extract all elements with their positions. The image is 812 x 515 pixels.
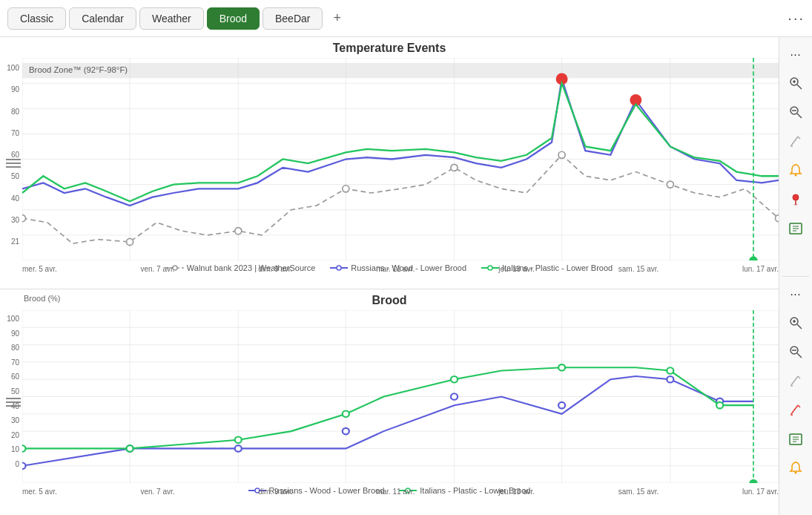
brood-zone-label: Brood Zone™ (92°F-98°F): [29, 65, 128, 74]
svg-point-17: [22, 215, 26, 222]
svg-line-71: [797, 85, 802, 89]
temp-zoom-out-button[interactable]: [783, 99, 808, 125]
toolbar-divider: [782, 276, 809, 277]
russians-temp-line: [22, 79, 779, 206]
brood-zoom-out-button[interactable]: [783, 339, 808, 364]
svg-point-22: [558, 151, 565, 158]
svg-point-80: [795, 174, 797, 177]
brood-more-button[interactable]: ···: [783, 281, 808, 306]
temp-annotate-button[interactable]: [783, 128, 808, 154]
brood-x-axis: mer. 5 avr. ven. 7 avr. dim. 9 avr. mar.…: [22, 486, 779, 497]
svg-point-62: [451, 376, 458, 382]
svg-point-59: [127, 445, 133, 451]
svg-line-78: [798, 137, 800, 139]
svg-point-58: [22, 445, 26, 451]
temp-zoom-in-button[interactable]: [783, 70, 808, 96]
svg-point-83: [793, 204, 798, 206]
charts-area: Temperature Events 100 90 80 70 60 50 40…: [0, 37, 779, 515]
svg-point-60: [235, 437, 242, 443]
brood-zoom-in-button[interactable]: [783, 310, 808, 335]
svg-line-99: [798, 405, 800, 407]
svg-line-93: [797, 353, 802, 358]
temp-export-button[interactable]: [783, 215, 808, 240]
svg-point-64: [667, 367, 673, 373]
tab-classic[interactable]: Classic: [7, 7, 66, 30]
svg-point-18: [127, 238, 133, 245]
current-time-dot-brood: [749, 479, 757, 483]
brood-annotate2-button[interactable]: [783, 397, 808, 422]
svg-point-50: [22, 462, 26, 468]
svg-point-54: [451, 393, 458, 399]
nav-more-button[interactable]: ···: [788, 10, 805, 27]
svg-line-77: [791, 137, 798, 145]
current-time-dot-temp: [749, 256, 757, 260]
svg-line-75: [797, 114, 802, 118]
russians-brood-line: [22, 376, 753, 466]
svg-point-61: [343, 411, 349, 417]
temp-more-button[interactable]: ···: [783, 42, 808, 67]
svg-line-95: [791, 376, 798, 385]
brood-bell-button[interactable]: [783, 455, 808, 480]
svg-point-23: [667, 181, 673, 188]
brood-zone-band: [22, 63, 779, 78]
temp-alert-button[interactable]: [783, 157, 808, 183]
brood-annotate-button[interactable]: [783, 368, 808, 393]
temperature-chart-panel: Temperature Events 100 90 80 70 60 50 40…: [0, 37, 779, 289]
main-content: Temperature Events 100 90 80 70 60 50 40…: [0, 37, 812, 515]
svg-point-19: [235, 228, 242, 234]
svg-point-53: [343, 428, 349, 434]
svg-line-89: [797, 324, 802, 329]
temp-chart-title: Temperature Events: [0, 42, 779, 55]
brood-chart-svg: [22, 310, 779, 483]
svg-point-52: [235, 445, 242, 451]
temp-pin-button[interactable]: [783, 186, 808, 211]
add-tab-button[interactable]: +: [326, 7, 349, 29]
svg-point-105: [795, 471, 797, 473]
tab-brood[interactable]: Brood: [207, 7, 260, 30]
right-toolbar: ··· ···: [779, 37, 812, 515]
svg-line-98: [791, 405, 798, 414]
brood-chart-title: Brood: [0, 294, 779, 307]
svg-point-55: [558, 402, 565, 408]
temp-toolbar-section: ···: [783, 42, 808, 272]
tab-beedar[interactable]: BeeDar: [263, 7, 323, 30]
svg-point-56: [667, 376, 673, 382]
italians-brood-line: [22, 367, 753, 448]
tab-weather[interactable]: Weather: [139, 7, 204, 30]
tab-calendar[interactable]: Calendar: [69, 7, 136, 30]
hamburger-top[interactable]: [6, 157, 21, 170]
hamburger-bottom[interactable]: [6, 396, 21, 409]
top-navigation: Classic Calendar Weather Brood BeeDar + …: [0, 0, 812, 37]
svg-point-21: [451, 164, 458, 171]
svg-point-63: [558, 364, 565, 370]
svg-line-96: [798, 376, 800, 378]
brood-export-button[interactable]: [783, 426, 808, 451]
svg-point-81: [793, 194, 799, 200]
svg-point-20: [343, 186, 349, 192]
italians-temp-line: [22, 83, 779, 201]
brood-ylabel: Brood (%): [24, 294, 61, 303]
brood-toolbar-section: ···: [783, 281, 808, 511]
temp-chart-svg: Brood Zone™ (92°F-98°F): [22, 58, 779, 260]
svg-point-65: [716, 402, 723, 408]
temp-x-axis: mer. 5 avr. ven. 7 avr. dim. 9 avr. mar.…: [22, 263, 779, 275]
brood-chart-panel: Brood (%) Brood 100 90 80 70 60 50 40 30…: [0, 289, 779, 515]
svg-point-24: [775, 215, 779, 222]
